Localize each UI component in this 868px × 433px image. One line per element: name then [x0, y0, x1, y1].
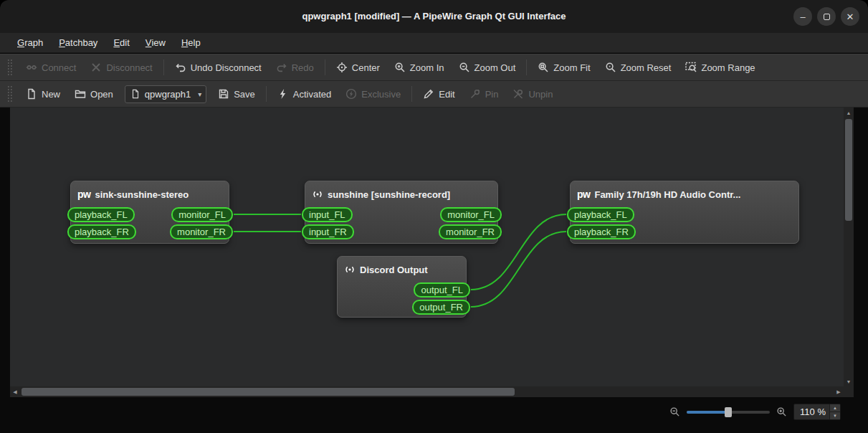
- audio-port[interactable]: playback_FR: [67, 224, 136, 239]
- maximize-button[interactable]: [817, 7, 836, 26]
- zoom-range-button[interactable]: Zoom Range: [679, 58, 761, 77]
- node-title: sunshine [sunshine-record]: [328, 189, 450, 200]
- unpin-icon: [512, 88, 524, 100]
- zoom-spinbox[interactable]: 110 % ▲ ▼: [793, 404, 841, 420]
- stream-icon: [344, 264, 356, 275]
- zoom-reset-icon: [605, 62, 616, 73]
- chevron-down-icon: ▾: [198, 90, 201, 98]
- pin-button[interactable]: Pin: [463, 85, 505, 103]
- window-controls: – ✕: [793, 7, 859, 26]
- zoom-slider-handle[interactable]: [725, 407, 732, 417]
- close-button[interactable]: ✕: [841, 7, 859, 26]
- disconnect-button[interactable]: Disconnect: [84, 58, 158, 77]
- toolbar-drag-handle[interactable]: [8, 60, 12, 75]
- zoom-in-label: Zoom In: [410, 62, 444, 73]
- new-file-icon: [26, 88, 37, 100]
- toolbar-drag-handle[interactable]: [8, 86, 12, 102]
- menu-view[interactable]: View: [138, 33, 173, 52]
- menu-edit[interactable]: Edit: [105, 33, 137, 52]
- connect-icon: [26, 62, 37, 73]
- new-button[interactable]: New: [19, 85, 67, 103]
- open-folder-icon: [75, 88, 86, 100]
- audio-port[interactable]: monitor_FR: [439, 224, 502, 239]
- scroll-up-arrow[interactable]: ▲: [844, 108, 854, 118]
- minimize-button[interactable]: –: [793, 7, 812, 26]
- zoom-out-button[interactable]: Zoom Out: [452, 58, 523, 77]
- horizontal-scroll-thumb[interactable]: [22, 388, 515, 396]
- patchbay-toolbar: New Open qpwgraph1 ▾ Save Activated Excl…: [0, 81, 868, 108]
- horizontal-scrollbar[interactable]: ◀ ▶: [10, 386, 844, 397]
- new-label: New: [42, 89, 60, 100]
- connections-layer: [10, 108, 844, 386]
- zoom-out-icon: [459, 62, 470, 73]
- node-sink-sunshine-stereo[interactable]: pw sink-sunshine-stereo playback_FL play…: [70, 181, 229, 244]
- node-family-hd-audio[interactable]: pw Family 17h/19h HD Audio Contr... play…: [570, 181, 799, 244]
- exclusive-button[interactable]: Exclusive: [339, 85, 407, 103]
- node-title: Family 17h/19h HD Audio Contr...: [594, 189, 740, 200]
- node-header: sunshine [sunshine-record]: [305, 181, 497, 206]
- open-button[interactable]: Open: [68, 85, 120, 103]
- node-sunshine[interactable]: sunshine [sunshine-record] input_FL inpu…: [305, 181, 498, 244]
- zoom-fit-button[interactable]: Zoom Fit: [531, 58, 596, 77]
- menu-help[interactable]: Help: [173, 33, 209, 52]
- zoom-fit-icon: [538, 62, 549, 73]
- open-label: Open: [90, 89, 113, 100]
- audio-port[interactable]: output_FR: [412, 300, 470, 315]
- node-header: pw Family 17h/19h HD Audio Contr...: [571, 181, 798, 206]
- zoom-in-mini-icon[interactable]: [776, 406, 787, 417]
- activated-label: Activated: [293, 89, 331, 100]
- connect-label: Connect: [42, 62, 76, 73]
- toolbar-separator: [325, 60, 325, 75]
- stream-icon: [312, 189, 323, 200]
- zoom-slider[interactable]: [687, 406, 770, 418]
- vertical-scrollbar[interactable]: ▲ ▼: [844, 108, 854, 386]
- toolbar-separator: [266, 86, 267, 102]
- center-button[interactable]: Center: [330, 58, 386, 77]
- audio-port[interactable]: input_FL: [302, 207, 353, 222]
- zoom-range-icon: [685, 62, 697, 73]
- activated-button[interactable]: Activated: [271, 85, 338, 103]
- audio-port[interactable]: monitor_FL: [171, 207, 233, 222]
- menu-patchbay[interactable]: Patchbay: [51, 33, 105, 52]
- zoom-value[interactable]: 110 %: [794, 404, 829, 419]
- pipewire-icon: pw: [577, 189, 590, 200]
- scroll-left-arrow[interactable]: ◀: [10, 386, 20, 397]
- spin-up-button[interactable]: ▲: [830, 404, 840, 412]
- graph-canvas[interactable]: pw sink-sunshine-stereo playback_FL play…: [10, 108, 844, 386]
- redo-button[interactable]: Redo: [270, 58, 320, 77]
- audio-port[interactable]: monitor_FR: [170, 224, 233, 239]
- zoom-spin-buttons: ▲ ▼: [829, 404, 840, 419]
- menubar: Graph Patchbay Edit View Help: [0, 33, 868, 53]
- unpin-button[interactable]: Unpin: [506, 85, 559, 103]
- scroll-right-arrow[interactable]: ▶: [834, 386, 844, 397]
- audio-port[interactable]: playback_FR: [567, 224, 636, 239]
- scroll-down-arrow[interactable]: ▼: [844, 376, 854, 386]
- scrollbar-corner: [844, 386, 854, 397]
- lightning-circle-icon: [345, 88, 357, 100]
- audio-port[interactable]: playback_FL: [567, 207, 634, 222]
- graph-toolbar: Connect Disconnect Undo Disconnect Redo …: [0, 54, 868, 81]
- app-window: qpwgraph1 [modified] — A PipeWire Graph …: [0, 0, 868, 433]
- audio-port[interactable]: output_FL: [414, 282, 470, 298]
- node-header: pw sink-sunshine-stereo: [71, 181, 229, 206]
- zoom-in-button[interactable]: Zoom In: [388, 58, 451, 77]
- patchbay-profile-select[interactable]: qpwgraph1 ▾: [125, 85, 206, 103]
- pin-icon: [469, 88, 481, 100]
- window-title: qpwgraph1 [modified] — A PipeWire Graph …: [0, 0, 868, 33]
- save-button[interactable]: Save: [211, 85, 262, 103]
- audio-port[interactable]: input_FR: [302, 224, 354, 239]
- node-discord-output[interactable]: Discord Output output_FL output_FR: [337, 256, 467, 318]
- zoom-out-mini-icon[interactable]: [669, 406, 680, 417]
- edit-button[interactable]: Edit: [416, 85, 461, 103]
- center-icon: [336, 62, 348, 73]
- titlebar[interactable]: qpwgraph1 [modified] — A PipeWire Graph …: [0, 0, 868, 33]
- audio-port[interactable]: monitor_FL: [440, 207, 502, 222]
- menu-graph[interactable]: Graph: [9, 33, 51, 52]
- zoom-reset-button[interactable]: Zoom Reset: [598, 58, 678, 77]
- audio-port[interactable]: playback_FL: [67, 207, 135, 222]
- connect-button[interactable]: Connect: [19, 58, 82, 77]
- node-title: Discord Output: [360, 265, 428, 275]
- undo-disconnect-button[interactable]: Undo Disconnect: [168, 58, 268, 77]
- spin-down-button[interactable]: ▼: [830, 412, 840, 419]
- vertical-scroll-thumb[interactable]: [845, 119, 852, 221]
